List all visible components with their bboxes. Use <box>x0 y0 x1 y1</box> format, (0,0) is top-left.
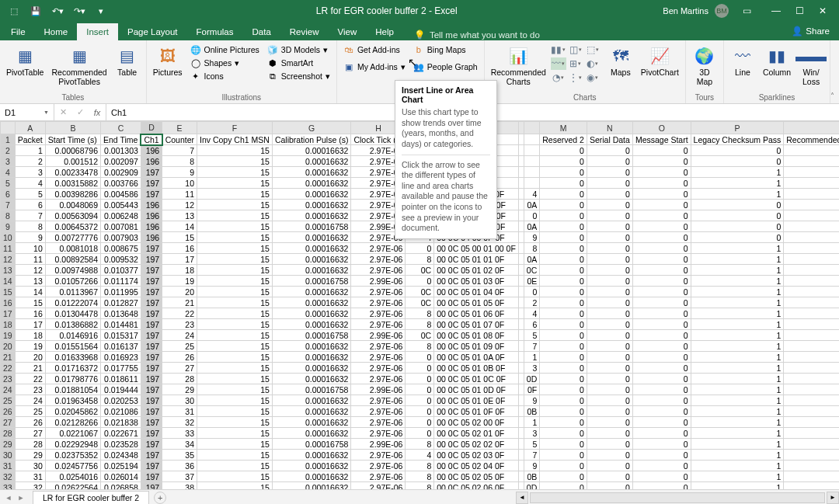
cell[interactable] <box>518 374 524 384</box>
cell[interactable]: 1 <box>524 352 539 363</box>
cell[interactable]: 2.97E-06 <box>351 461 406 471</box>
cell[interactable]: 1 <box>784 384 839 395</box>
cell[interactable]: 0.022671 <box>101 428 141 439</box>
cell[interactable]: 2.97E-06 <box>351 482 406 490</box>
cell[interactable]: 00 0C 05 00 01 00 0F <box>434 243 519 254</box>
surface-chart-button[interactable]: ◉▾ <box>585 71 601 84</box>
row-head-33[interactable]: 33 <box>1 482 16 490</box>
cell[interactable]: 0 <box>540 450 587 461</box>
cell[interactable]: 0 <box>540 384 587 395</box>
cell[interactable]: 0.00016632 <box>272 428 351 439</box>
enter-formula-button[interactable]: ✓ <box>71 104 89 120</box>
cell[interactable]: 8 <box>524 243 539 254</box>
hscroll-left[interactable]: ◄ <box>516 492 528 504</box>
cell[interactable]: 0 <box>406 417 434 428</box>
cell[interactable] <box>524 178 539 189</box>
cell[interactable]: 0.015317 <box>101 330 141 341</box>
tab-review[interactable]: Review <box>280 23 329 40</box>
cell[interactable]: 00 0C 05 01 0C 0F <box>434 374 519 384</box>
cell[interactable]: 0.02292948 <box>45 439 100 450</box>
cell[interactable] <box>518 297 524 308</box>
cell[interactable]: 196 <box>141 156 162 167</box>
row-head-5[interactable]: 5 <box>1 178 16 189</box>
cell[interactable]: 197 <box>141 417 162 428</box>
sheet-nav-next[interactable]: ► <box>16 494 26 502</box>
cell[interactable]: 4 <box>15 178 45 189</box>
row-head-21[interactable]: 21 <box>1 352 16 363</box>
header-cell[interactable]: Serial Data <box>587 134 632 145</box>
cell[interactable]: 1 <box>784 156 839 167</box>
cell[interactable]: 1 <box>784 341 839 352</box>
cell[interactable]: 00 0C 05 01 0A 0F <box>434 352 519 363</box>
cell[interactable]: 197 <box>141 450 162 461</box>
cell[interactable]: 0.01716372 <box>45 363 100 374</box>
cell[interactable]: 1 <box>784 428 839 439</box>
cell[interactable]: 15 <box>197 200 273 210</box>
cell[interactable]: 35 <box>162 450 197 461</box>
row-head-29[interactable]: 29 <box>1 439 16 450</box>
cell[interactable]: 1 <box>691 384 784 395</box>
cell[interactable]: 0.023528 <box>101 439 141 450</box>
cell[interactable]: 22 <box>162 308 197 319</box>
col-head-F[interactable]: F <box>197 122 273 134</box>
cell[interactable]: 31 <box>15 471 45 482</box>
ribbon-options-icon[interactable]: ▭ <box>735 0 758 22</box>
cell[interactable]: 33 <box>162 428 197 439</box>
cell[interactable]: 29 <box>15 450 45 461</box>
cell[interactable]: 0.01222074 <box>45 297 100 308</box>
cell[interactable]: 0 <box>524 287 539 297</box>
cell[interactable]: 0.0221067 <box>45 428 100 439</box>
cell[interactable]: 1 <box>784 210 839 221</box>
cell[interactable]: 21 <box>15 363 45 374</box>
cell[interactable]: 0.019444 <box>101 384 141 395</box>
cell[interactable]: 8 <box>406 319 434 330</box>
cell[interactable]: 0 <box>406 384 434 395</box>
cell[interactable]: 24 <box>162 330 197 341</box>
row-head-6[interactable]: 6 <box>1 189 16 200</box>
cell[interactable]: 0 <box>587 341 632 352</box>
cell[interactable]: 0.01798776 <box>45 374 100 384</box>
cell[interactable]: 37 <box>162 471 197 482</box>
cell[interactable]: 0 <box>587 210 632 221</box>
cell[interactable]: 0E <box>524 276 539 287</box>
cell[interactable]: 0 <box>632 450 691 461</box>
cell[interactable]: 30 <box>15 461 45 471</box>
cell[interactable]: 0.0113967 <box>45 287 100 297</box>
tab-page-layout[interactable]: Page Layout <box>118 23 187 40</box>
cell[interactable]: 15 <box>197 417 273 428</box>
cell[interactable]: 16 <box>15 308 45 319</box>
cell[interactable]: 0 <box>587 145 632 156</box>
col-head-B[interactable]: B <box>45 122 100 134</box>
line-chart-button[interactable]: 〰▾ <box>551 57 566 70</box>
cell[interactable]: 34 <box>162 439 197 450</box>
tab-formulas[interactable]: Formulas <box>187 23 243 40</box>
cell[interactable]: 9 <box>15 232 45 243</box>
cell[interactable]: 1 <box>691 330 784 341</box>
cell[interactable]: 0 <box>632 319 691 330</box>
row-head-11[interactable]: 11 <box>1 243 16 254</box>
cell[interactable]: 0 <box>587 287 632 297</box>
maps-button[interactable]: 🗺 Maps <box>605 43 636 79</box>
cell[interactable]: 5 <box>524 330 539 341</box>
cell[interactable]: 1 <box>784 374 839 384</box>
cell[interactable] <box>518 243 524 254</box>
cell[interactable]: 2.97E-06 <box>351 265 406 276</box>
cell[interactable] <box>518 308 524 319</box>
cell[interactable]: 0 <box>632 200 691 210</box>
row-head-30[interactable]: 30 <box>1 450 16 461</box>
cell[interactable]: 0 <box>540 308 587 319</box>
cell[interactable]: 8 <box>406 439 434 450</box>
cell[interactable]: 0 <box>587 450 632 461</box>
cell[interactable]: 0 <box>587 352 632 363</box>
cell[interactable]: 0.02622564 <box>45 482 100 490</box>
cell[interactable]: 11 <box>162 189 197 200</box>
cell[interactable] <box>518 265 524 276</box>
cell[interactable]: 0 <box>406 243 434 254</box>
cell[interactable]: 0.0081018 <box>45 243 100 254</box>
insert-function-button[interactable]: fx <box>89 104 106 120</box>
cell[interactable]: 0 <box>632 297 691 308</box>
cell[interactable]: 0D <box>524 482 539 490</box>
cell[interactable]: 00 0C 05 01 08 0F <box>434 330 519 341</box>
row-head-2[interactable]: 2 <box>1 145 16 156</box>
cell[interactable]: 2.97E-06 <box>351 341 406 352</box>
